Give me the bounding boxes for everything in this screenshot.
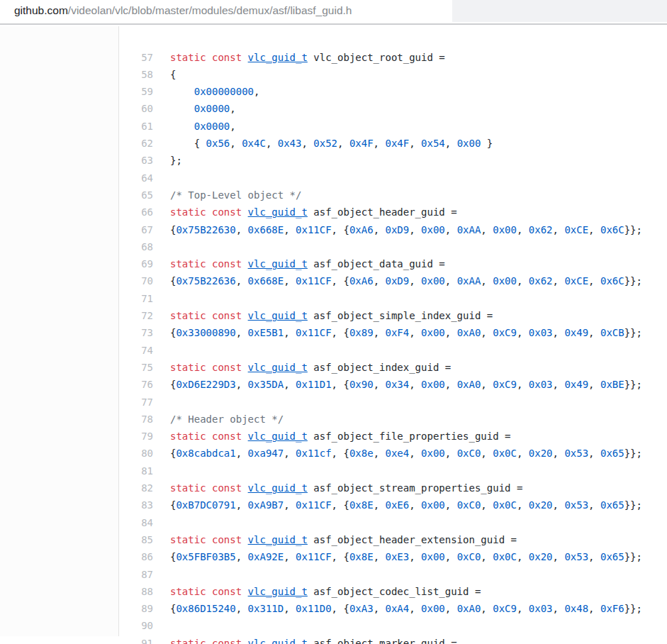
- line-number[interactable]: 91: [120, 635, 153, 644]
- line-number[interactable]: 63: [120, 152, 153, 169]
- code-line-content: {0xD6E229D3, 0x35DA, 0x11D1, {0x90, 0x34…: [170, 376, 642, 393]
- code-line-content: static const vlc_guid_t asf_object_heade…: [170, 531, 517, 548]
- line-number[interactable]: 59: [120, 83, 153, 100]
- browser-url-bar[interactable]: github.com/videolan/vlc/blob/master/modu…: [0, 0, 667, 22]
- line-number[interactable]: 73: [120, 324, 153, 341]
- code-text-token: ,: [481, 551, 493, 562]
- line-number[interactable]: 79: [120, 428, 153, 445]
- hex-constant-token: 0x65: [600, 499, 624, 511]
- code-text-token: {: [170, 69, 176, 80]
- line-number[interactable]: 64: [120, 170, 153, 187]
- code-text-token: ,: [517, 499, 529, 511]
- hex-constant-token: 0x00: [421, 448, 445, 459]
- line-number[interactable]: 84: [120, 514, 153, 531]
- line-number[interactable]: 66: [120, 204, 153, 221]
- line-number[interactable]: 81: [120, 462, 153, 479]
- hex-constant-token: 0x33000890: [176, 327, 235, 338]
- line-number[interactable]: 90: [120, 617, 153, 634]
- line-number[interactable]: 71: [120, 290, 153, 307]
- line-number[interactable]: 83: [120, 496, 153, 513]
- line-number[interactable]: 89: [120, 600, 153, 617]
- type-link[interactable]: vlc_guid_t: [248, 52, 308, 63]
- keyword-token: const: [212, 482, 242, 494]
- code-text-token: ,: [481, 499, 493, 511]
- line-number[interactable]: 60: [120, 100, 153, 117]
- line-number[interactable]: 58: [120, 66, 153, 83]
- line-number[interactable]: 65: [120, 187, 153, 204]
- hex-constant-token: 0xCB: [600, 327, 624, 338]
- hex-constant-token: 0xF4: [385, 327, 409, 338]
- line-number[interactable]: 87: [120, 566, 153, 583]
- code-text-token: ,: [517, 379, 529, 390]
- code-text-token: ,: [445, 499, 457, 511]
- code-line: 62 { 0x56, 0x4C, 0x43, 0x52, 0x4F, 0x4F,…: [120, 135, 667, 152]
- type-link[interactable]: vlc_guid_t: [248, 482, 308, 494]
- code-line: 91static const vlc_guid_t asf_object_mar…: [120, 635, 667, 644]
- hex-constant-token: 0xA92E: [248, 551, 284, 562]
- hex-constant-token: 0x4F: [349, 138, 374, 149]
- keyword-token: const: [212, 362, 242, 373]
- code-text-token: ,: [481, 603, 493, 614]
- code-line-content: 0x00000000,: [170, 83, 259, 100]
- line-number[interactable]: 74: [120, 342, 153, 359]
- line-number[interactable]: 72: [120, 307, 153, 324]
- hex-constant-token: 0x11cf: [296, 448, 332, 459]
- line-number[interactable]: 75: [120, 359, 153, 376]
- line-number[interactable]: 78: [120, 411, 153, 428]
- type-link[interactable]: vlc_guid_t: [248, 534, 308, 545]
- type-link[interactable]: vlc_guid_t: [248, 206, 308, 218]
- code-line: 64: [120, 170, 667, 187]
- line-number[interactable]: 68: [120, 238, 153, 255]
- type-link[interactable]: vlc_guid_t: [248, 431, 308, 442]
- code-text-token: }};: [624, 499, 642, 511]
- hex-constant-token: 0xE3: [385, 551, 409, 562]
- hex-constant-token: 0xA4: [385, 603, 409, 614]
- line-number[interactable]: 67: [120, 221, 153, 238]
- line-number[interactable]: 69: [120, 255, 153, 272]
- line-number[interactable]: 62: [120, 135, 153, 152]
- code-line: 87: [120, 566, 667, 583]
- keyword-token: static: [170, 638, 206, 644]
- hex-constant-token: 0x62: [529, 224, 553, 235]
- code-text-token: ,: [230, 121, 235, 132]
- hex-constant-token: 0x668E: [248, 275, 284, 287]
- code-text-token: ,: [517, 603, 529, 614]
- type-link[interactable]: vlc_guid_t: [248, 638, 308, 644]
- line-number[interactable]: 57: [120, 49, 153, 66]
- type-link[interactable]: vlc_guid_t: [248, 586, 308, 597]
- code-line: 77: [120, 394, 667, 411]
- line-number[interactable]: 85: [120, 531, 153, 548]
- hex-constant-token: 0xD9: [385, 224, 409, 235]
- line-number[interactable]: 80: [120, 445, 153, 462]
- code-line: 65/* Top-Level object */: [120, 187, 667, 204]
- hex-constant-token: 0x6C: [600, 275, 624, 287]
- line-number[interactable]: 77: [120, 394, 153, 411]
- code-view: 57static const vlc_guid_t vlc_object_roo…: [120, 26, 667, 644]
- type-link[interactable]: vlc_guid_t: [248, 310, 308, 321]
- code-line: 67{0x75B22630, 0x668E, 0x11CF, {0xA6, 0x…: [120, 221, 667, 238]
- code-text-token: ,: [374, 603, 386, 614]
- code-text-token: [206, 534, 212, 545]
- line-number[interactable]: 70: [120, 272, 153, 289]
- line-number[interactable]: 86: [120, 548, 153, 565]
- code-line: 73{0x33000890, 0xE5B1, 0x11CF, {0x89, 0x…: [120, 324, 667, 341]
- hex-constant-token: 0x03: [529, 603, 553, 614]
- line-number[interactable]: 88: [120, 583, 153, 600]
- code-text-token: ,: [284, 603, 296, 614]
- type-link[interactable]: vlc_guid_t: [248, 258, 308, 270]
- keyword-token: const: [212, 638, 242, 644]
- line-number[interactable]: 82: [120, 479, 153, 496]
- code-text-token: , {: [332, 224, 349, 235]
- code-text-token: asf_object_data_guid =: [308, 258, 445, 270]
- code-text-token: }: [481, 138, 493, 149]
- hex-constant-token: 0xD6E229D3: [176, 379, 235, 390]
- hex-constant-token: 0xAA: [457, 275, 481, 287]
- line-number[interactable]: 76: [120, 376, 153, 393]
- code-line: 86{0x5FBF03B5, 0xA92E, 0x11CF, {0x8E, 0x…: [120, 548, 667, 565]
- code-line: 57static const vlc_guid_t vlc_object_roo…: [120, 49, 667, 66]
- code-text-token: ,: [553, 327, 565, 338]
- type-link[interactable]: vlc_guid_t: [248, 362, 308, 373]
- line-number[interactable]: 61: [120, 118, 153, 135]
- code-text-token: ,: [445, 448, 457, 459]
- code-text-token: ,: [284, 551, 296, 562]
